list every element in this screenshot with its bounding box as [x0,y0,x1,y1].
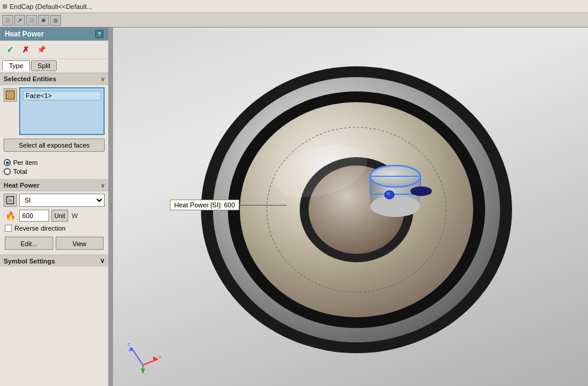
heat-power-section-header[interactable]: Heat Power ∨ [0,179,108,191]
svg-text:Z: Z [127,342,130,347]
svg-point-17 [386,192,390,195]
heat-power-label: Heat Power [4,182,39,189]
toolbar-icon-3[interactable]: □ [26,15,37,26]
selected-entities-header[interactable]: Selected Entities ∨ [0,73,108,85]
expand-icon[interactable]: ⊞ [2,3,7,10]
svg-point-11 [370,195,421,217]
symbol-settings-label: Symbol Settings [4,258,55,265]
radio-per-item-btn[interactable] [4,159,11,166]
heat-power-collapse-icon: ∨ [100,182,105,189]
toolbar-icon-4[interactable]: ⊕ [38,15,49,26]
svg-text:Y: Y [141,370,145,374]
top-toolbar: □ ↗ □ ⊕ ◎ [0,13,588,27]
radio-per-item-label: Per item [13,159,38,166]
svg-point-16 [385,191,394,199]
svg-rect-0 [6,91,14,99]
radio-total[interactable]: Total [4,168,105,175]
heat-value-row: 🔥 Unit W [4,209,105,222]
tab-split[interactable]: Split [31,60,57,71]
left-panel: Heat Power ? ✓ ✗ 📌 Type Split Selected E… [0,27,109,386]
title-bar: ⊞ EndCap (Default<<Default... [0,0,588,13]
reverse-direction-row: Reverse direction [4,225,105,232]
unit-select[interactable]: SI CGS MKS IPS FPS [19,194,105,207]
cancel-button[interactable]: ✗ [19,43,32,56]
action-buttons: ✓ ✗ 📌 [0,41,108,59]
symbol-settings-collapse-icon: ∨ [100,257,105,265]
select-all-exposed-button[interactable]: Select all exposed faces [4,139,105,152]
main-content: Heat Power ? ✓ ✗ 📌 Type Split Selected E… [0,27,588,386]
unit-type-icon: SI [4,194,17,207]
heat-flame-icon: 🔥 [4,209,17,222]
tab-type[interactable]: Type [2,60,30,71]
toolbar-icon-1[interactable]: □ [2,15,13,26]
annotation-line [239,205,287,206]
svg-text:X: X [159,354,161,360]
heat-power-section: SI SI CGS MKS IPS FPS 🔥 Unit W [0,191,108,255]
svg-line-22 [143,359,158,365]
entity-type-icon [4,88,17,102]
radio-total-btn[interactable] [4,168,11,175]
selected-entities-section: Face<1> Select all exposed faces [0,85,108,157]
panel-header: Heat Power ? [0,27,108,41]
viewport[interactable]: Heat Power [SI]: 600 [113,27,588,386]
unit-w-label: W [72,212,78,219]
entity-item[interactable]: Face<1> [23,91,101,100]
heat-power-annotation: Heat Power [SI]: 600 [170,200,287,210]
help-button[interactable]: ? [95,30,103,38]
pin-button[interactable]: 📌 [35,43,48,56]
heat-value-input[interactable] [19,210,49,222]
confirm-button[interactable]: ✓ [4,43,17,56]
unit-tooltip-label: Unit [51,210,68,222]
selected-entities-label: Selected Entities [4,75,56,82]
edit-view-row: Edit... View [4,235,105,252]
symbol-settings-header[interactable]: Symbol Settings ∨ [0,255,108,266]
annotation-text: Heat Power [SI]: 600 [170,200,239,210]
radio-total-label: Total [13,168,27,175]
reverse-direction-checkbox[interactable] [5,225,12,232]
panel-title: Heat Power [5,30,44,38]
edit-button[interactable]: Edit... [5,237,53,250]
svg-text:SI: SI [8,198,13,203]
unit-row: SI SI CGS MKS IPS FPS [4,194,105,207]
coordinate-axis: Z X Y [125,338,155,368]
tab-buttons: Type Split [0,59,108,73]
toolbar-icon-2[interactable]: ↗ [14,15,25,26]
svg-point-15 [410,186,432,196]
reverse-direction-label: Reverse direction [14,225,66,232]
toolbar-icon-5[interactable]: ◎ [50,15,61,26]
entity-icon-row: Face<1> [4,87,105,135]
title-text: EndCap (Default<<Default... [10,3,92,10]
selected-entities-collapse-icon: ∨ [100,76,105,82]
view-button[interactable]: View [56,237,104,250]
radio-group: Per item Total [0,157,108,179]
radio-per-item[interactable]: Per item [4,159,105,166]
entity-list[interactable]: Face<1> [19,87,105,135]
